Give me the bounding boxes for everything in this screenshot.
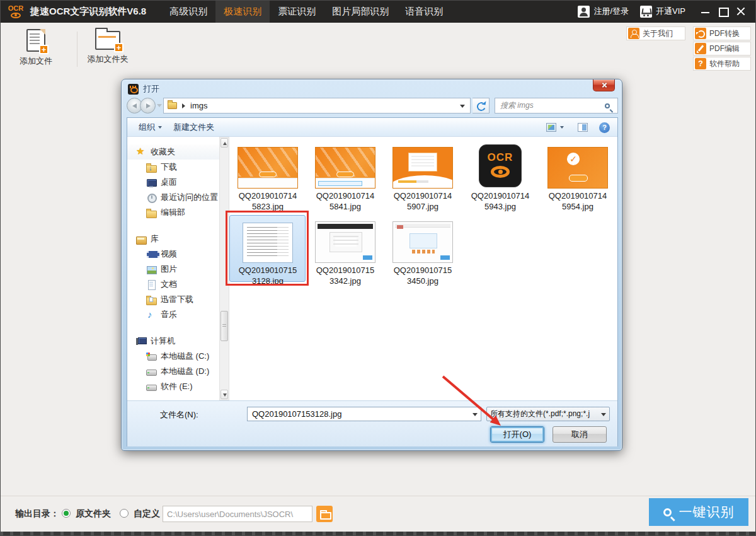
sidebar-item-thunder-download[interactable]: 迅雷下载: [127, 292, 219, 307]
sidebar-item-videos[interactable]: 视频: [127, 247, 219, 262]
background-window-strip: [0, 532, 756, 536]
search-placeholder: 搜索 imgs: [500, 100, 605, 111]
software-help-label: 软件帮助: [709, 59, 740, 69]
vip-button[interactable]: 开通VIP: [640, 6, 685, 18]
tab-advanced-recognition[interactable]: 高级识别: [161, 0, 215, 23]
pdf-convert-button[interactable]: PDF转换: [693, 26, 751, 40]
radio-original-folder[interactable]: [62, 509, 71, 518]
file-item[interactable]: QQ20190107145823.jpg: [229, 143, 306, 212]
sidebar-item-editorial[interactable]: 编辑部: [127, 205, 219, 220]
address-dropdown-icon[interactable]: [460, 105, 465, 108]
open-button[interactable]: 打开(O): [490, 426, 544, 443]
filename-label: 文件名(N):: [160, 409, 198, 421]
system-disk-icon: [146, 351, 156, 361]
add-folder-label: 添加文件夹: [81, 54, 135, 65]
output-path-input[interactable]: [163, 506, 312, 522]
cancel-button[interactable]: 取消: [553, 426, 607, 443]
sidebar-item-desktop[interactable]: 桌面: [127, 175, 219, 190]
app-logo-text: OCR: [8, 5, 23, 12]
preview-pane-icon[interactable]: [578, 123, 588, 132]
desktop-icon: [146, 177, 156, 187]
minimize-button[interactable]: [697, 0, 714, 23]
history-dropdown-icon[interactable]: [157, 104, 162, 107]
tab-partial-image-recognition[interactable]: 图片局部识别: [324, 0, 397, 23]
tab-voice-recognition[interactable]: 语音识别: [397, 0, 451, 23]
file-item[interactable]: QQ20190107145841.jpg: [307, 143, 384, 212]
file-item[interactable]: QQ20190107153450.jpg: [384, 218, 461, 286]
file-list: QQ20190107145823.jpg QQ20190107145841.jp…: [229, 137, 617, 400]
scroll-up-icon[interactable]: [220, 138, 228, 148]
radio-custom[interactable]: [120, 509, 129, 518]
software-help-button[interactable]: 软件帮助: [693, 57, 751, 71]
document-icon: [146, 279, 156, 289]
breadcrumb[interactable]: imgs: [163, 98, 471, 114]
browse-folder-button[interactable]: [316, 506, 333, 522]
tab-fast-recognition[interactable]: 极速识别: [215, 0, 270, 23]
sidebar-item-disk-d[interactable]: 本地磁盘 (D:): [127, 364, 219, 379]
sidebar-item-libraries[interactable]: 库: [127, 231, 219, 247]
person-icon: [628, 28, 639, 39]
add-folder-icon: [95, 31, 120, 50]
refresh-button[interactable]: [472, 98, 490, 114]
sidebar-item-disk-e[interactable]: 软件 (E:): [127, 379, 219, 394]
maximize-button[interactable]: [714, 0, 732, 23]
views-icon[interactable]: [546, 123, 556, 132]
breadcrumb-arrow-icon: [182, 103, 185, 108]
address-bar: imgs 搜索 imgs: [127, 98, 618, 114]
add-file-icon: [26, 29, 45, 52]
sidebar-item-documents[interactable]: 文档: [127, 277, 219, 292]
scrollbar-thumb[interactable]: [220, 311, 228, 341]
search-box[interactable]: 搜索 imgs: [495, 98, 618, 114]
command-bar: 组织 新建文件夹: [127, 118, 617, 137]
dialog-close-button[interactable]: [593, 79, 615, 91]
filename-dropdown-icon[interactable]: [471, 407, 481, 421]
output-bar: 输出目录： 原文件夹 自定义 一键识别: [0, 496, 756, 532]
login-button[interactable]: 注册/登录: [578, 6, 629, 18]
recognize-label: 一键识别: [679, 503, 735, 521]
close-button[interactable]: [732, 0, 750, 23]
radio-original-folder-label[interactable]: 原文件夹: [76, 508, 111, 520]
add-folder-button[interactable]: 添加文件夹: [81, 29, 135, 65]
file-item[interactable]: QQ20190107145907.jpg: [384, 143, 461, 212]
help-icon[interactable]: [599, 122, 610, 133]
new-folder-button[interactable]: 新建文件夹: [173, 122, 214, 133]
plus-icon: [39, 45, 49, 54]
sidebar-item-favorites[interactable]: 收藏夹: [127, 144, 219, 160]
command-bar-right: [546, 118, 610, 137]
file-thumbnail: [238, 147, 298, 189]
star-icon: [136, 147, 146, 157]
tab-ticket-recognition[interactable]: 票证识别: [270, 0, 324, 23]
sidebar-item-music[interactable]: 音乐: [127, 307, 219, 322]
sidebar-item-computer[interactable]: 计算机: [127, 334, 219, 349]
views-dropdown-icon[interactable]: [560, 126, 564, 129]
question-icon: [695, 58, 706, 69]
filetype-select[interactable]: 所有支持的文件(*.pdf;*.png;*.j: [486, 407, 610, 421]
titlebar-right: 注册/登录 开通VIP: [578, 0, 756, 23]
radio-custom-label[interactable]: 自定义: [134, 508, 160, 520]
sidebar-item-downloads[interactable]: ↓ 下载: [127, 160, 219, 175]
user-icon: [578, 6, 590, 18]
sidebar-item-disk-c[interactable]: 本地磁盘 (C:): [127, 349, 219, 364]
dialog-client-area: 组织 新建文件夹 收藏夹 ↓ 下载: [127, 117, 618, 446]
main-menu: 高级识别 极速识别 票证识别 图片局部识别 语音识别: [161, 0, 451, 23]
app-titlebar: OCR 捷速OCR文字识别软件V6.8 高级识别 极速识别 票证识别 图片局部识…: [0, 0, 756, 23]
add-file-button[interactable]: 添加文件: [9, 29, 63, 67]
sidebar-item-recent-places[interactable]: 最近访问的位置: [127, 190, 219, 205]
file-thumbnail: [547, 147, 608, 189]
file-item[interactable]: QQ20190107153342.jpg: [307, 218, 384, 286]
file-item[interactable]: QQ20190107145954.jpg: [539, 143, 616, 212]
filename-input[interactable]: QQ20190107153128.jpg: [247, 407, 481, 421]
filetype-dropdown-icon[interactable]: [599, 407, 609, 421]
file-item[interactable]: OCR QQ20190107145943.jpg: [462, 143, 539, 212]
login-label: 注册/登录: [593, 6, 629, 17]
pdf-edit-button[interactable]: PDF编辑: [693, 42, 751, 55]
sidebar-item-pictures[interactable]: 图片: [127, 262, 219, 277]
recognize-button[interactable]: 一键识别: [649, 498, 748, 526]
scroll-down-icon[interactable]: [220, 390, 228, 399]
pdf-convert-label: PDF转换: [709, 28, 740, 39]
pictures-icon: [146, 264, 156, 274]
forward-button[interactable]: [140, 98, 156, 114]
about-us-button[interactable]: 关于我们: [626, 26, 685, 40]
organize-menu[interactable]: 组织: [139, 122, 162, 133]
music-icon: [146, 310, 156, 320]
